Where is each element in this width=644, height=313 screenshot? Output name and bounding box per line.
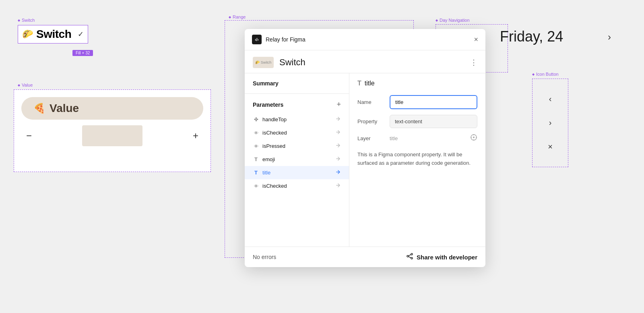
value-pill-emoji: 🍕: [33, 103, 45, 114]
param-item-ischecked-1[interactable]: 👁 isChecked: [245, 126, 349, 139]
icon-button-label: Icon Button: [532, 72, 559, 77]
component-menu-button[interactable]: ⋮: [470, 58, 477, 67]
day-nav-label: Day Navigation: [436, 18, 470, 23]
component-header-left: 🌮 Switch Switch: [253, 57, 305, 68]
param-item-ischecked-2[interactable]: 👁 isChecked: [245, 179, 349, 193]
day-navigation-date: Friday, 24: [500, 28, 563, 45]
value-container: 🍕 Value − +: [14, 89, 211, 172]
description-text: This is a Figma component property. It w…: [357, 151, 477, 168]
layer-label: Layer: [357, 135, 390, 141]
svg-line-10: [409, 257, 411, 258]
layer-value: title: [390, 135, 470, 141]
value-controls: − +: [21, 125, 203, 146]
param-icon-ischecked-1: 👁: [253, 131, 259, 135]
param-arrow-handletop: [335, 116, 341, 123]
value-pill: 🍕 Value: [21, 97, 203, 120]
name-input[interactable]: [390, 95, 477, 109]
parameters-section: Parameters + ✤ handleTop: [245, 94, 349, 197]
svg-point-7: [407, 255, 409, 257]
icon-button-forward[interactable]: ›: [549, 118, 552, 127]
share-label: Share with developer: [417, 254, 477, 261]
left-panel: Summary Parameters + ✤ handleTop: [245, 73, 349, 247]
icon-button-back[interactable]: ‹: [549, 94, 552, 104]
value-bar: [82, 125, 142, 146]
modal-header: ‹/› Relay for Figma ×: [245, 29, 485, 50]
value-pill-text: Value: [50, 102, 79, 115]
param-name-handletop: handleTop: [262, 116, 287, 122]
param-icon-ispressed: 👁: [253, 144, 259, 149]
name-field-row: Name: [357, 95, 477, 109]
param-arrow-title: [335, 169, 341, 176]
value-component-label: Value: [18, 83, 33, 87]
param-item-handletop[interactable]: ✤ handleTop: [245, 113, 349, 126]
svg-point-6: [411, 253, 413, 255]
canvas: Switch 🌮 Switch ✓ Fill × 32 Value 🍕 Valu…: [0, 0, 644, 313]
parameters-title: Parameters: [253, 102, 283, 108]
share-icon: [406, 253, 413, 261]
layer-row: Layer title: [357, 134, 477, 143]
summary-title: Summary: [253, 80, 279, 87]
param-icon-ischecked-2: 👁: [253, 184, 259, 189]
switch-title: Switch: [36, 28, 71, 41]
relay-modal: ‹/› Relay for Figma × 🌮 Switch Switch ⋮ …: [245, 29, 485, 267]
right-panel-header: T title: [357, 80, 477, 87]
switch-component: 🌮 Switch ✓: [18, 25, 88, 44]
property-field-row: Property: [357, 115, 477, 128]
value-minus-button[interactable]: −: [21, 129, 37, 143]
component-thumbnail-emoji: 🌮: [255, 60, 260, 64]
component-name: Switch: [279, 57, 305, 68]
summary-section: Summary: [245, 73, 349, 94]
right-panel-type-icon: T: [357, 80, 361, 87]
property-label: Property: [357, 118, 390, 124]
component-header: 🌮 Switch Switch ⋮: [245, 50, 485, 73]
property-input: [390, 115, 477, 128]
modal-title: Relay for Figma: [266, 36, 305, 43]
parameters-header: Parameters +: [245, 99, 349, 113]
modal-body: Summary Parameters + ✤ handleTop: [245, 73, 485, 247]
icon-button-box: ‹ › ×: [532, 79, 568, 167]
relay-logo: ‹/›: [252, 35, 262, 44]
day-navigation-next-arrow[interactable]: ›: [608, 31, 611, 43]
modal-header-left: ‹/› Relay for Figma: [252, 35, 305, 44]
param-name-title: title: [262, 170, 270, 176]
param-icon-emoji: T: [253, 156, 259, 162]
param-arrow-ischecked-1: [335, 129, 341, 136]
component-thumbnail-label: Switch: [261, 60, 272, 64]
param-item-ispressed[interactable]: 👁 isPressed: [245, 139, 349, 153]
range-label: Range: [229, 15, 246, 19]
param-name-ischecked-2: isChecked: [262, 183, 287, 189]
param-name-emoji: emoji: [262, 156, 275, 162]
add-parameter-button[interactable]: +: [336, 100, 341, 109]
param-item-emoji[interactable]: T emoji: [245, 153, 349, 166]
param-icon-title: T: [253, 170, 259, 176]
svg-point-1: [473, 137, 475, 138]
share-with-developer-button[interactable]: Share with developer: [406, 253, 477, 261]
layer-target-icon[interactable]: [470, 134, 477, 143]
value-plus-button[interactable]: +: [188, 129, 203, 143]
switch-checkmark: ✓: [78, 30, 84, 39]
fill-badge: Fill × 32: [72, 50, 93, 56]
icon-button-close[interactable]: ×: [548, 142, 553, 151]
svg-point-8: [411, 257, 413, 259]
switch-component-label: Switch: [18, 18, 35, 23]
right-panel: T title Name Property Layer title: [349, 73, 485, 247]
param-name-ischecked-1: isChecked: [262, 130, 287, 136]
param-arrow-ischecked-2: [335, 182, 341, 189]
param-item-title[interactable]: T title: [245, 166, 349, 179]
switch-emoji: 🌮: [22, 29, 33, 39]
param-name-ispressed: isPressed: [262, 143, 285, 149]
svg-line-9: [409, 255, 411, 256]
no-errors-label: No errors: [253, 254, 276, 260]
right-panel-title: title: [365, 80, 375, 87]
param-arrow-ispressed: [335, 143, 341, 149]
name-label: Name: [357, 99, 390, 105]
param-icon-handletop: ✤: [253, 116, 259, 122]
modal-footer: No errors Share with developer: [245, 247, 485, 267]
modal-close-button[interactable]: ×: [474, 36, 478, 43]
param-arrow-emoji: [335, 156, 341, 163]
component-thumbnail: 🌮 Switch: [253, 57, 274, 68]
